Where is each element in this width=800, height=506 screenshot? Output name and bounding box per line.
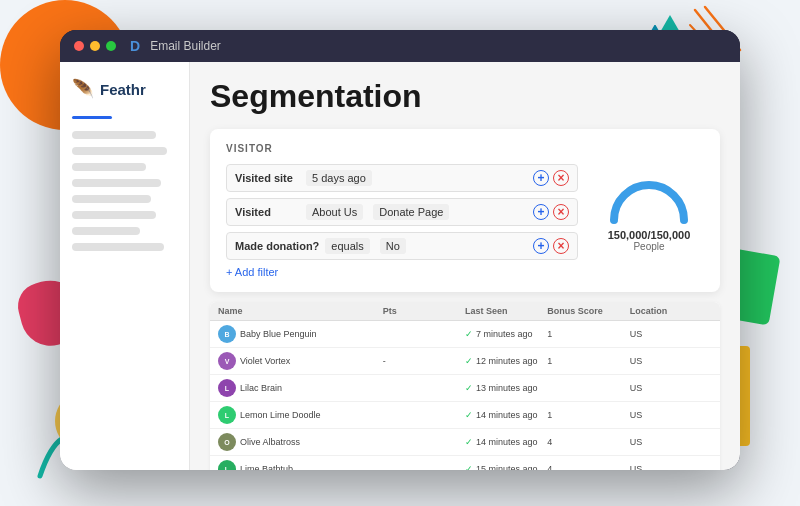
filter-remove-btn-1[interactable]: × — [553, 170, 569, 186]
filter-actions-1: + × — [533, 170, 569, 186]
table-cell-location: US — [630, 464, 712, 470]
table-cell-last-seen: 7 minutes ago — [476, 329, 547, 339]
titlebar-dot-red — [74, 41, 84, 51]
table-row[interactable]: V Violet Vortex - ✓ 12 minutes ago 1 US — [210, 348, 720, 375]
table-cell-name: Baby Blue Penguin — [240, 329, 383, 339]
table-row[interactable]: L Lime Bathtub ✓ 15 minutes ago 4 US — [210, 456, 720, 470]
titlebar-dot-yellow — [90, 41, 100, 51]
table-cell-name: Violet Vortex — [240, 356, 383, 366]
gauge-label: People — [633, 241, 664, 252]
table-cell-name: Lilac Brain — [240, 383, 383, 393]
table-cell-name: Lime Bathtub — [240, 464, 383, 470]
filter-row-1: Visited site 5 days ago + × — [226, 164, 578, 192]
table-avatar: V — [218, 352, 236, 370]
filter-value-2a: About Us — [306, 204, 363, 220]
filter-add-btn-2[interactable]: + — [533, 204, 549, 220]
table-cell-pts: - — [383, 356, 465, 366]
table-header: Name Pts Last Seen Bonus Score Location — [210, 302, 720, 321]
sidebar: 🪶 Feathr — [60, 62, 190, 470]
segment-panel: VISITOR Visited site 5 days ago + × Visi — [210, 129, 720, 292]
col-header-name: Name — [218, 306, 383, 316]
device-content: 🪶 Feathr Segmentation VISITOR — [60, 62, 740, 470]
table-cell-score: 1 — [547, 356, 629, 366]
page-title: Segmentation — [210, 78, 720, 115]
filter-field-3: Made donation? — [235, 240, 319, 252]
table-avatar: O — [218, 433, 236, 451]
table-cell-score: 1 — [547, 410, 629, 420]
col-header-bonus-score: Bonus Score — [547, 306, 629, 316]
titlebar-app-name: Email Builder — [150, 39, 221, 53]
table-row[interactable]: L Lemon Lime Doodle ✓ 14 minutes ago 1 U… — [210, 402, 720, 429]
filter-remove-btn-2[interactable]: × — [553, 204, 569, 220]
table-cell-score: 1 — [547, 329, 629, 339]
filter-field-2: Visited — [235, 206, 300, 218]
sidebar-nav-item-1[interactable] — [72, 131, 156, 139]
titlebar-dot-green — [106, 41, 116, 51]
table-cell-name: Olive Albatross — [240, 437, 383, 447]
table-cell-last-seen: 14 minutes ago — [476, 410, 547, 420]
sidebar-nav-item-2[interactable] — [72, 147, 167, 155]
table-avatar: L — [218, 379, 236, 397]
table-cell-last-seen: 12 minutes ago — [476, 356, 547, 366]
filter-row-3: Made donation? equals No + × — [226, 232, 578, 260]
check-icon: ✓ — [465, 437, 473, 447]
table-body: B Baby Blue Penguin ✓ 7 minutes ago 1 US… — [210, 321, 720, 470]
filter-value-3b: No — [380, 238, 406, 254]
add-filter-button[interactable]: + Add filter — [226, 266, 278, 278]
filter-add-btn-3[interactable]: + — [533, 238, 549, 254]
sidebar-divider — [72, 116, 112, 119]
sidebar-nav-item-3[interactable] — [72, 163, 146, 171]
feathr-logo-icon: 🪶 — [72, 78, 94, 100]
table-cell-last-seen: 14 minutes ago — [476, 437, 547, 447]
filter-actions-3: + × — [533, 238, 569, 254]
sidebar-logo: 🪶 Feathr — [72, 78, 177, 100]
table-cell-score: 4 — [547, 464, 629, 470]
filter-value-1: 5 days ago — [306, 170, 372, 186]
filter-add-btn-1[interactable]: + — [533, 170, 549, 186]
table-cell-score: 4 — [547, 437, 629, 447]
col-header-pts: Pts — [383, 306, 465, 316]
filter-remove-btn-3[interactable]: × — [553, 238, 569, 254]
table-row[interactable]: O Olive Albatross ✓ 14 minutes ago 4 US — [210, 429, 720, 456]
device-titlebar: D Email Builder — [60, 30, 740, 62]
filter-value-2b: Donate Page — [373, 204, 449, 220]
table-cell-location: US — [630, 356, 712, 366]
filter-value-3a: equals — [325, 238, 369, 254]
filter-actions-2: + × — [533, 204, 569, 220]
check-icon: ✓ — [465, 329, 473, 339]
table-avatar: L — [218, 460, 236, 470]
table-row[interactable]: B Baby Blue Penguin ✓ 7 minutes ago 1 US — [210, 321, 720, 348]
col-header-location: Location — [630, 306, 712, 316]
gauge-value: 150,000/150,000 — [608, 229, 691, 241]
titlebar-logo-icon: D — [130, 38, 140, 54]
col-header-last-seen: Last Seen — [465, 306, 547, 316]
check-icon: ✓ — [465, 383, 473, 393]
main-content: Segmentation VISITOR Visited site 5 days… — [190, 62, 740, 470]
titlebar-logo: D — [130, 38, 140, 54]
sidebar-nav-item-4[interactable] — [72, 179, 161, 187]
segment-section-label: VISITOR — [226, 143, 578, 154]
table-cell-last-seen: 15 minutes ago — [476, 464, 547, 470]
sidebar-nav-item-7[interactable] — [72, 227, 140, 235]
filter-row-2: Visited About Us Donate Page + × — [226, 198, 578, 226]
gauge-svg — [604, 170, 694, 225]
gauge-container: 150,000/150,000 People — [594, 143, 704, 278]
table-cell-name: Lemon Lime Doodle — [240, 410, 383, 420]
check-icon: ✓ — [465, 410, 473, 420]
check-icon: ✓ — [465, 464, 473, 470]
table-cell-location: US — [630, 410, 712, 420]
data-table: Name Pts Last Seen Bonus Score Location … — [210, 302, 720, 470]
filter-field-1: Visited site — [235, 172, 300, 184]
table-cell-last-seen: 13 minutes ago — [476, 383, 547, 393]
sidebar-nav-item-6[interactable] — [72, 211, 156, 219]
feathr-logo-text: Feathr — [100, 81, 146, 98]
table-row[interactable]: L Lilac Brain ✓ 13 minutes ago US — [210, 375, 720, 402]
table-cell-location: US — [630, 437, 712, 447]
sidebar-nav-item-8[interactable] — [72, 243, 164, 251]
table-cell-location: US — [630, 383, 712, 393]
sidebar-nav-item-5[interactable] — [72, 195, 151, 203]
table-avatar: B — [218, 325, 236, 343]
add-filter-row: + Add filter — [226, 266, 578, 278]
check-icon: ✓ — [465, 356, 473, 366]
table-cell-location: US — [630, 329, 712, 339]
